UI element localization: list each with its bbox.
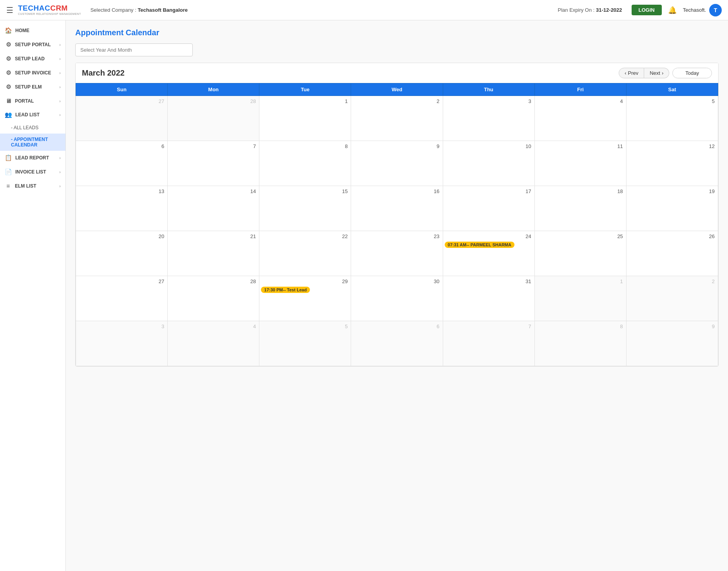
sidebar-item-invoice-list[interactable]: 📄INVOICE LIST› <box>0 165 65 179</box>
sidebar-item-appointment-calendar[interactable]: - APPOINTMENT CALENDAR <box>0 134 65 151</box>
calendar-cell[interactable]: 17 <box>443 186 534 231</box>
calendar-cell[interactable]: 19 <box>626 186 718 231</box>
sidebar-icon-home: 🏠 <box>5 27 12 34</box>
sidebar-item-setup-portal[interactable]: ⚙SETUP PORTAL› <box>0 38 65 52</box>
sidebar-item-setup-elm[interactable]: ⚙SETUP ELM› <box>0 80 65 94</box>
event-badge[interactable]: 17:30 PM-- Test Lead <box>261 287 310 293</box>
chevron-right-icon: › <box>59 155 61 160</box>
calendar-day-header-fri: Fri <box>534 83 626 96</box>
calendar-week-row: 3456789 <box>76 321 718 366</box>
calendar-cell[interactable]: 6 <box>76 141 168 186</box>
calendar-cell[interactable]: 7 <box>443 321 534 366</box>
calendar-day-header-sun: Sun <box>76 83 168 96</box>
event-badge[interactable]: 07:31 AM-- PARMEEL SHARMA <box>445 242 514 248</box>
day-number: 16 <box>353 188 441 195</box>
month-selector-input[interactable] <box>75 43 193 56</box>
calendar-cell[interactable]: 23 <box>351 231 443 276</box>
calendar-container: March 2022 ‹ Prev Next › Today <box>75 63 719 367</box>
today-button[interactable]: Today <box>672 68 712 78</box>
calendar-cell[interactable]: 30 <box>351 276 443 321</box>
calendar-cell[interactable]: 5 <box>259 321 351 366</box>
calendar-cell[interactable]: 2407:31 AM-- PARMEEL SHARMA <box>443 231 534 276</box>
notification-bell-icon[interactable]: 🔔 <box>668 6 677 14</box>
calendar-cell[interactable]: 20 <box>76 231 168 276</box>
day-number: 19 <box>628 188 716 195</box>
plan-date: 31-12-2022 <box>596 7 622 13</box>
calendar-cell[interactable]: 14 <box>168 186 259 231</box>
sidebar-item-home[interactable]: 🏠HOME <box>0 23 65 38</box>
day-number: 7 <box>169 143 257 150</box>
calendar-cell[interactable]: 6 <box>351 321 443 366</box>
calendar-cell[interactable]: 7 <box>168 141 259 186</box>
day-number: 3 <box>445 98 533 105</box>
prev-button[interactable]: ‹ Prev <box>619 68 644 78</box>
calendar-cell[interactable]: 9 <box>351 141 443 186</box>
login-button[interactable]: LOGIN <box>632 5 662 15</box>
sidebar-label-setup-elm: SETUP ELM <box>15 84 42 90</box>
calendar-cell[interactable]: 31 <box>443 276 534 321</box>
sidebar-item-lead-report[interactable]: 📋LEAD REPORT› <box>0 151 65 165</box>
day-number: 9 <box>353 143 441 150</box>
calendar-cell[interactable]: 8 <box>259 141 351 186</box>
day-number: 1 <box>261 98 349 105</box>
sidebar: 🏠HOME⚙SETUP PORTAL›⚙SETUP LEAD›⚙SETUP IN… <box>0 20 66 571</box>
sidebar-item-setup-invoice[interactable]: ⚙SETUP INVOICE› <box>0 66 65 80</box>
calendar-cell[interactable]: 13 <box>76 186 168 231</box>
chevron-right-icon: › <box>59 170 61 174</box>
calendar-cell[interactable]: 2 <box>626 276 718 321</box>
calendar-cell[interactable]: 8 <box>534 321 626 366</box>
chevron-right-icon: › <box>59 112 61 117</box>
calendar-week-row: 272812345 <box>76 96 718 141</box>
user-profile[interactable]: Techasoft. T <box>683 4 722 16</box>
calendar-week-row: 6789101112 <box>76 141 718 186</box>
sidebar-item-setup-lead[interactable]: ⚙SETUP LEAD› <box>0 52 65 66</box>
calendar-header: March 2022 ‹ Prev Next › Today <box>76 63 718 83</box>
day-number: 28 <box>169 278 257 285</box>
calendar-cell[interactable]: 12 <box>626 141 718 186</box>
calendar-cell[interactable]: 28 <box>168 276 259 321</box>
calendar-cell[interactable]: 1 <box>259 96 351 141</box>
calendar-cell[interactable]: 27 <box>76 96 168 141</box>
calendar-week-row: 13141516171819 <box>76 186 718 231</box>
next-chevron-icon: › <box>662 70 663 76</box>
app-logo: TECHACCRM CUSTOMER RELATIONSHIP MANAGEME… <box>18 4 81 16</box>
sidebar-icon-lead-report: 📋 <box>5 154 12 161</box>
calendar-cell[interactable]: 3 <box>76 321 168 366</box>
day-number: 11 <box>536 143 625 150</box>
calendar-cell[interactable]: 1 <box>534 276 626 321</box>
calendar-cell[interactable]: 27 <box>76 276 168 321</box>
calendar-month-title: March 2022 <box>82 69 125 78</box>
calendar-cell[interactable]: 26 <box>626 231 718 276</box>
calendar-cell[interactable]: 25 <box>534 231 626 276</box>
next-button[interactable]: Next › <box>644 68 669 78</box>
sidebar-item-elm-list[interactable]: ≡ELM LIST› <box>0 179 65 193</box>
calendar-cell[interactable]: 9 <box>626 321 718 366</box>
sidebar-icon-setup-invoice: ⚙ <box>5 69 12 76</box>
calendar-cell[interactable]: 4 <box>534 96 626 141</box>
calendar-cell[interactable]: 16 <box>351 186 443 231</box>
sidebar-item-portal[interactable]: 🖥PORTAL› <box>0 94 65 108</box>
calendar-cell[interactable]: 18 <box>534 186 626 231</box>
calendar-cell[interactable]: 4 <box>168 321 259 366</box>
calendar-cell[interactable]: 3 <box>443 96 534 141</box>
chevron-right-icon: › <box>59 42 61 47</box>
day-number: 1 <box>536 278 625 285</box>
sidebar-item-lead-list[interactable]: 👥LEAD LIST› <box>0 108 65 122</box>
calendar-cell[interactable]: 28 <box>168 96 259 141</box>
calendar-cell[interactable]: 21 <box>168 231 259 276</box>
calendar-cell[interactable]: 5 <box>626 96 718 141</box>
menu-hamburger-icon[interactable]: ☰ <box>6 5 13 15</box>
calendar-cell[interactable]: 2 <box>351 96 443 141</box>
calendar-cell[interactable]: 22 <box>259 231 351 276</box>
day-number: 12 <box>628 143 716 150</box>
sidebar-icon-portal: 🖥 <box>5 98 12 104</box>
sidebar-label-lead-list: LEAD LIST <box>15 112 40 117</box>
calendar-cell[interactable]: 15 <box>259 186 351 231</box>
sidebar-item-all-leads[interactable]: - ALL LEADS <box>0 122 65 134</box>
calendar-cell[interactable]: 10 <box>443 141 534 186</box>
calendar-cell[interactable]: 11 <box>534 141 626 186</box>
day-number: 14 <box>169 188 257 195</box>
logo-text: TECHACCRM <box>18 4 81 13</box>
calendar-day-header-tue: Tue <box>259 83 351 96</box>
calendar-cell[interactable]: 2917:30 PM-- Test Lead <box>259 276 351 321</box>
